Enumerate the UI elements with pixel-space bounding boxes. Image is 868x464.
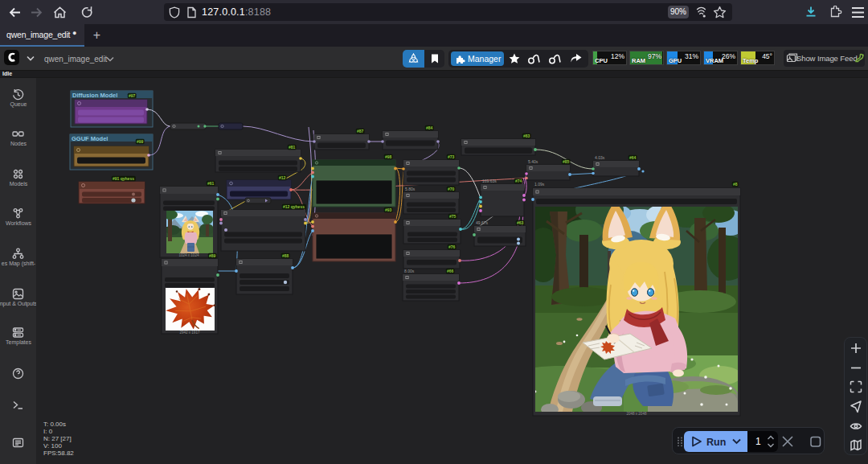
svg-text:#61: #61 [207, 181, 215, 186]
svg-text:#12 qyhess: #12 qyhess [283, 204, 305, 209]
svg-text:2942 x 1917: 2942 x 1917 [180, 331, 200, 335]
svg-text:#70: #70 [448, 187, 455, 191]
svg-text:5.80s: 5.80s [405, 187, 416, 191]
svg-text:#12: #12 [279, 175, 286, 180]
svg-text:8.00s: 8.00s [404, 269, 415, 273]
svg-text:4.03s: 4.03s [595, 155, 605, 160]
svg-text:#64: #64 [629, 155, 637, 160]
svg-text:#97: #97 [129, 93, 136, 98]
svg-text:#63: #63 [517, 220, 524, 225]
svg-text:#8: #8 [733, 182, 738, 187]
svg-text:#66: #66 [447, 269, 454, 273]
svg-text:#81: #81 [289, 145, 296, 150]
svg-text:#88: #88 [282, 253, 289, 258]
svg-text:Diffusion Model: Diffusion Model [72, 92, 117, 99]
svg-text:#84: #84 [426, 125, 433, 130]
svg-text:#76: #76 [448, 244, 456, 249]
svg-text:5.40s: 5.40s [528, 159, 538, 164]
svg-text:2048 x 2048: 2048 x 2048 [627, 412, 647, 416]
svg-text:Run: Run [706, 437, 726, 448]
svg-text:#87: #87 [357, 129, 364, 133]
svg-text:#99: #99 [137, 139, 144, 144]
svg-text:169.63s: 169.63s [482, 179, 497, 183]
svg-text:#83: #83 [523, 133, 530, 138]
svg-text:#85: #85 [563, 159, 570, 164]
svg-text:#93: #93 [385, 207, 392, 212]
svg-text:#73: #73 [448, 154, 455, 159]
svg-text:GGUF Model: GGUF Model [72, 135, 108, 142]
svg-text:#74: #74 [515, 179, 522, 183]
svg-text:#89: #89 [209, 253, 216, 258]
svg-text:1024 x 1024: 1024 x 1024 [179, 253, 199, 257]
svg-text:#91 qyhess: #91 qyhess [113, 176, 134, 181]
svg-text:#98: #98 [385, 154, 392, 159]
svg-text:1.09s: 1.09s [534, 182, 545, 187]
svg-text:#75: #75 [449, 214, 457, 219]
svg-text:49.67s: 49.67s [476, 220, 489, 225]
